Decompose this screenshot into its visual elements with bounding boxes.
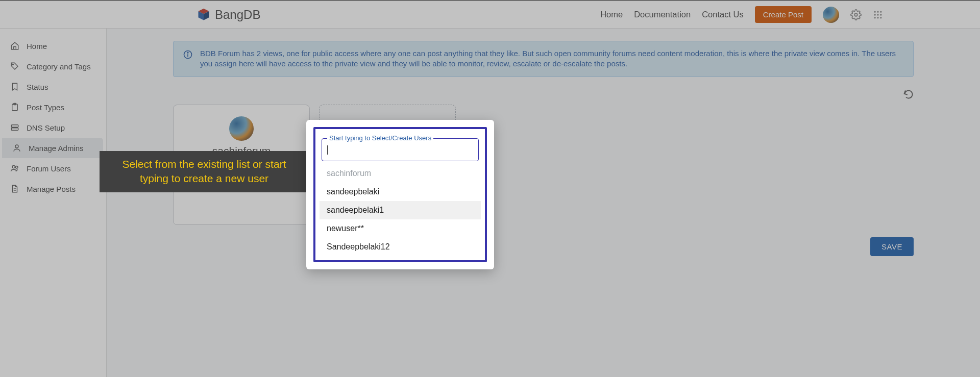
info-banner-text: BDB Forum has 2 views, one for public ac… — [200, 48, 904, 69]
user-select-input-wrap[interactable]: Start typing to Select/Create Users — [322, 138, 479, 161]
info-icon — [183, 49, 193, 69]
user-option[interactable]: sandeepbelaki1 — [320, 201, 481, 219]
nav-right: Home Documentation Contact Us Create Pos… — [600, 6, 883, 23]
settings-gear-icon[interactable] — [850, 9, 862, 20]
sidebar: Home Category and Tags Status Post Types… — [0, 29, 107, 377]
sidebar-item-manage-posts[interactable]: Manage Posts — [0, 179, 106, 199]
sidebar-item-status[interactable]: Status — [0, 77, 106, 97]
svg-point-8 — [877, 14, 878, 15]
sidebar-item-label: Post Types — [27, 103, 64, 112]
sidebar-item-forum-users[interactable]: Forum Users — [0, 158, 106, 179]
user-select-input-label: Start typing to Select/Create Users — [327, 134, 433, 142]
svg-point-25 — [187, 52, 188, 53]
svg-point-4 — [874, 11, 876, 12]
sidebar-item-home[interactable]: Home — [0, 36, 106, 56]
server-icon — [10, 123, 19, 132]
user-option[interactable]: Sandeepbelaki12 — [320, 238, 481, 256]
sidebar-item-label: DNS Setup — [27, 123, 65, 132]
svg-point-19 — [12, 165, 15, 168]
sidebar-item-label: Manage Admins — [29, 144, 84, 153]
nav-documentation[interactable]: Documentation — [634, 10, 691, 19]
nav-contact-us[interactable]: Contact Us — [702, 10, 744, 19]
user-icon — [12, 143, 21, 153]
svg-rect-16 — [11, 125, 18, 128]
svg-point-9 — [880, 14, 881, 15]
sidebar-item-dns-setup[interactable]: DNS Setup — [0, 117, 106, 138]
svg-point-5 — [877, 11, 878, 12]
user-option[interactable]: sandeepbelaki — [320, 183, 481, 201]
home-icon — [10, 41, 19, 51]
app-header: BangDB Home Documentation Contact Us Cre… — [0, 0, 980, 29]
user-option[interactable]: sachinforum — [320, 164, 481, 183]
svg-rect-17 — [11, 128, 18, 131]
sidebar-item-label: Category and Tags — [27, 62, 91, 71]
svg-point-6 — [880, 11, 881, 12]
create-post-button[interactable]: Create Post — [755, 6, 812, 23]
user-option[interactable]: newuser** — [320, 219, 481, 238]
sidebar-item-label: Manage Posts — [27, 185, 76, 193]
refresh-icon[interactable] — [903, 89, 914, 99]
apps-grid-icon[interactable] — [873, 10, 883, 20]
svg-point-3 — [854, 13, 857, 16]
user-avatar-icon — [229, 116, 254, 141]
brand[interactable]: BangDB — [197, 8, 260, 22]
svg-point-7 — [874, 14, 876, 15]
nav-home[interactable]: Home — [600, 10, 623, 19]
svg-point-12 — [880, 17, 881, 18]
user-options-list: sachinforum sandeepbelaki sandeepbelaki1… — [320, 164, 481, 256]
sidebar-item-post-types[interactable]: Post Types — [0, 97, 106, 117]
svg-point-13 — [12, 64, 13, 65]
svg-point-11 — [877, 17, 878, 18]
info-banner: BDB Forum has 2 views, one for public ac… — [173, 41, 914, 77]
save-row: SAVE — [173, 237, 914, 256]
user-avatar-icon[interactable] — [823, 7, 839, 23]
user-select-modal-inner: Start typing to Select/Create Users sach… — [313, 127, 487, 262]
file-icon — [10, 184, 19, 193]
svg-point-18 — [15, 145, 18, 148]
sidebar-item-label: Forum Users — [27, 164, 71, 173]
sidebar-item-label: Status — [27, 83, 48, 91]
instruction-tooltip-text: Select from the existing list or start t… — [122, 158, 286, 184]
clipboard-icon — [10, 103, 19, 112]
users-icon — [10, 164, 19, 173]
sidebar-item-category-tags[interactable]: Category and Tags — [0, 56, 106, 77]
content-region: BDB Forum has 2 views, one for public ac… — [107, 29, 980, 377]
sidebar-item-label: Home — [27, 42, 47, 51]
svg-point-10 — [874, 17, 876, 18]
brand-logo-icon — [197, 8, 211, 22]
sidebar-item-manage-admins[interactable]: Manage Admins — [2, 138, 103, 158]
toolbar — [173, 89, 914, 99]
svg-point-20 — [16, 166, 18, 169]
header-inner: BangDB Home Documentation Contact Us Cre… — [97, 6, 883, 23]
brand-name: BangDB — [215, 8, 260, 22]
instruction-tooltip: Select from the existing list or start t… — [100, 151, 309, 192]
tag-icon — [10, 62, 19, 71]
save-button[interactable]: SAVE — [870, 237, 914, 256]
bookmark-icon — [10, 82, 19, 91]
user-select-modal: Start typing to Select/Create Users sach… — [306, 120, 494, 269]
